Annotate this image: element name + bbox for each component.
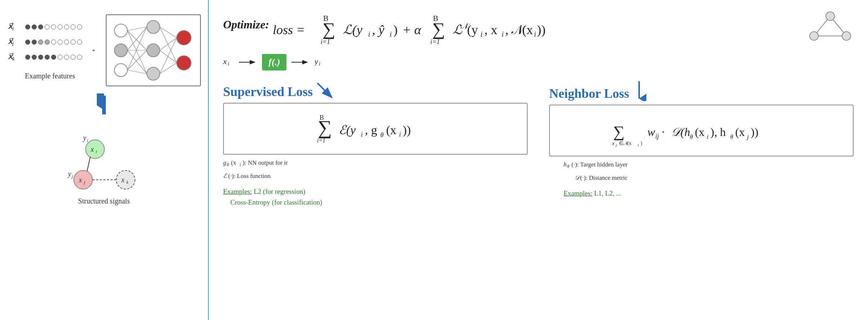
svg-text:x: x: [78, 176, 82, 184]
svg-point-39: [74, 170, 92, 189]
optimize-label: Optimize:: [223, 18, 269, 31]
signals-label: Structured signals: [78, 197, 130, 205]
feature-row-xk: x⃗k: [7, 51, 82, 63]
svg-text:θ: θ: [690, 133, 693, 140]
svg-text:i: i: [390, 30, 392, 38]
svg-text:)): )): [751, 125, 758, 138]
loss-row: Supervised Loss B ∑ i=1 ℰ(y i , g θ: [223, 81, 854, 208]
svg-text:y: y: [82, 134, 86, 142]
left-panel: x⃗i x⃗j: [0, 0, 209, 320]
svg-line-38: [87, 157, 90, 173]
supervised-desc: gθ(xi): NN output for input xi ℰ(·): Los…: [223, 158, 322, 208]
svg-text:)): )): [403, 123, 411, 137]
structured-signals-diagram: y i x i x j y j x k: [61, 129, 147, 194]
svg-text:θ: θ: [380, 131, 384, 138]
svg-text:θ: θ: [567, 164, 569, 169]
svg-point-35: [86, 140, 104, 159]
dots-xi: [25, 24, 82, 29]
supervised-loss-section: Supervised Loss B ∑ i=1 ℰ(y i , g θ: [223, 81, 528, 208]
neighbor-formula: ∑ x j ∈𝒩(x i ) w ij · 𝒟(h θ (x i ), h θ: [611, 113, 791, 148]
svg-text:i: i: [502, 30, 504, 38]
svg-text:(x: (x: [735, 125, 745, 138]
svg-text:∑: ∑: [318, 116, 332, 138]
svg-point-8: [114, 24, 127, 37]
svg-text:i: i: [361, 131, 363, 138]
svg-text:∈𝒩(x: ∈𝒩(x: [619, 141, 632, 146]
svg-text:i: i: [638, 143, 639, 147]
svg-line-16: [127, 27, 147, 31]
dots-xk: [25, 55, 82, 60]
examples-supervised-2: Cross-Entropy (for classification): [223, 197, 322, 208]
dots-xj: [25, 40, 82, 45]
flow-arrow-1: [239, 58, 257, 67]
svg-text:y: y: [315, 57, 318, 66]
examples-label-supervised: Examples:: [223, 188, 252, 195]
svg-text:(·): Distance metric: (·): Distance metric: [580, 174, 628, 181]
neighbor-desc: hθ(·): Target hidden layer 𝒟(·): Distanc…: [549, 160, 664, 199]
svg-text:x: x: [223, 57, 227, 66]
svg-text:i: i: [534, 30, 536, 38]
svg-line-27: [160, 38, 177, 50]
features-label: Example features: [7, 72, 82, 80]
svg-text:i: i: [228, 61, 229, 66]
neighbor-formula-box: ∑ x j ∈𝒩(x i ) w ij · 𝒟(h θ (x i ), h θ: [549, 105, 854, 156]
svg-text:∑: ∑: [322, 19, 335, 39]
svg-text:x: x: [90, 145, 94, 153]
neighbor-loss-title: Neighbor Loss: [549, 86, 629, 101]
svg-point-13: [147, 67, 160, 80]
svg-text:h: h: [564, 161, 567, 168]
svg-text:i=1: i=1: [317, 137, 325, 143]
neighbor-loss-section: Neighbor Loss ∑ x j ∈𝒩(x i ) w: [549, 81, 854, 199]
examples-supervised: L2 (for regression): [254, 188, 306, 195]
svg-text:i: i: [319, 61, 320, 66]
svg-point-14: [177, 31, 191, 45]
examples-label-neighbor: Examples:: [564, 189, 592, 197]
arrow-right-icon: [93, 41, 95, 59]
svg-text:i: i: [399, 131, 401, 138]
svg-text:i: i: [707, 133, 709, 140]
svg-text:loss =: loss =: [273, 23, 305, 37]
xi-label: xi: [223, 56, 234, 69]
svg-text:∑: ∑: [613, 123, 624, 141]
svg-text:θ: θ: [227, 162, 229, 167]
svg-text:𝒟(h: 𝒟(h: [671, 125, 690, 138]
svg-text:(x: (x: [231, 159, 236, 166]
svg-text:j: j: [71, 174, 73, 179]
svg-text:i: i: [96, 149, 97, 154]
svg-text:)): )): [537, 23, 546, 37]
svg-text:j: j: [746, 133, 749, 140]
svg-text:i: i: [87, 138, 88, 143]
svg-text:, 𝒩(x: , 𝒩(x: [505, 23, 533, 37]
right-panel: Optimize: loss = B ∑ i=1 ℒ(y i , ŷ i ) +…: [209, 0, 868, 320]
svg-text:): ): [393, 23, 398, 37]
svg-point-15: [177, 56, 191, 70]
feature-label-xi: x⃗i: [7, 21, 22, 33]
svg-text:(·): Loss function: (·): Loss function: [228, 173, 271, 179]
svg-text:(y: (y: [467, 23, 478, 37]
feature-row-xi: x⃗i: [7, 21, 82, 33]
svg-text:i: i: [240, 162, 241, 167]
neural-network-box: [106, 14, 201, 86]
svg-line-21: [127, 50, 147, 74]
svg-point-45: [116, 170, 135, 189]
svg-text:, g: , g: [365, 123, 377, 137]
svg-point-10: [114, 64, 127, 77]
supervised-formula-box: B ∑ i=1 ℰ(y i , g θ (x i )): [223, 103, 528, 155]
svg-line-28: [160, 50, 177, 63]
svg-text:j: j: [615, 143, 617, 147]
svg-text:k: k: [12, 56, 15, 61]
svg-point-75: [842, 32, 851, 40]
svg-text:ℒ(y: ℒ(y: [343, 23, 362, 37]
svg-text:x: x: [121, 176, 125, 184]
svg-text:), h: ), h: [710, 125, 726, 138]
svg-text:k: k: [126, 179, 128, 185]
svg-text:ℰ: ℰ: [223, 173, 227, 179]
svg-point-11: [147, 20, 160, 33]
supervised-formula: B ∑ i=1 ℰ(y i , g θ (x i )): [314, 111, 437, 147]
feature-label-xj: x⃗j: [7, 36, 22, 48]
neighbor-arrow-icon: [632, 81, 646, 101]
svg-text:i=1: i=1: [430, 38, 440, 45]
svg-text:θ: θ: [730, 133, 733, 140]
svg-point-74: [810, 32, 818, 40]
svg-text:(x: (x: [695, 125, 705, 138]
